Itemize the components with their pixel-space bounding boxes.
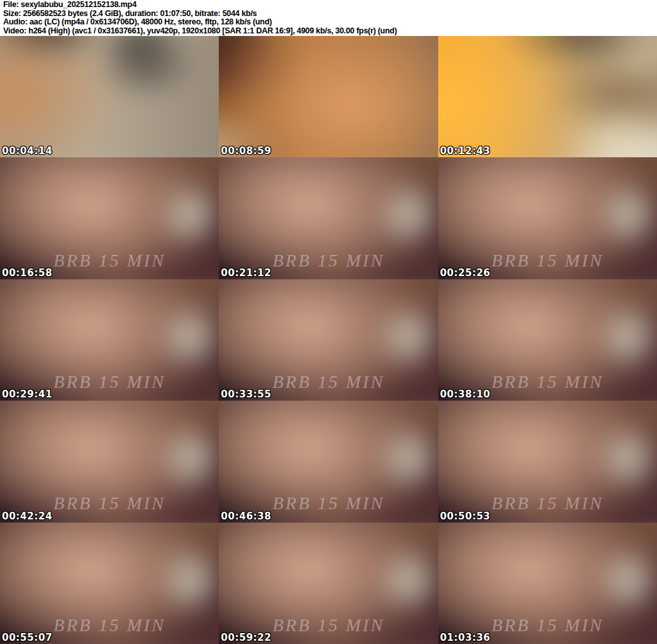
video-thumbnail: BRB 15 MIN 00:55:07 [0,523,219,644]
video-frame-placeholder [219,401,438,522]
frame-timestamp: 00:16:58 [2,267,53,279]
video-thumbnail: BRB 15 MIN 00:16:58 [0,157,219,279]
video-frame-placeholder [438,36,657,157]
video-thumbnail: 00:12:43 [438,36,657,157]
frame-timestamp: 00:04:14 [2,145,53,157]
video-thumbnail: BRB 15 MIN 00:38:10 [438,279,657,401]
audio-info-line: Audio: aac (LC) (mp4a / 0x6134706D), 480… [3,18,657,27]
frame-timestamp: 00:42:24 [2,510,53,522]
video-frame-placeholder [219,279,438,401]
file-size-line: Size: 2566582523 bytes (2.4 GiB), durati… [3,10,657,19]
video-thumbnail: BRB 15 MIN 00:29:41 [0,279,219,401]
video-frame-placeholder [438,401,657,522]
video-thumbnail: 00:04:14 [0,36,219,157]
frame-timestamp: 00:38:10 [440,388,491,400]
video-thumbnail: BRB 15 MIN 00:33:55 [219,279,438,401]
video-frame-placeholder [0,279,219,401]
file-info-header: File: sexylabubu_202512152138.mp4 Size: … [0,0,657,36]
video-frame-placeholder [0,36,219,157]
frame-timestamp: 00:55:07 [2,632,53,643]
video-frame-placeholder [0,157,219,279]
frame-timestamp: 00:59:22 [221,632,271,643]
video-thumbnail: BRB 15 MIN 00:42:24 [0,401,219,522]
video-thumbnail: BRB 15 MIN 00:46:38 [219,401,438,522]
frame-timestamp: 01:03:36 [440,632,491,643]
frame-timestamp: 00:29:41 [2,388,53,400]
frame-timestamp: 00:21:12 [221,267,271,279]
frame-timestamp: 00:08:59 [221,145,271,157]
video-frame-placeholder [0,523,219,644]
video-frame-placeholder [219,157,438,279]
video-thumbnail: BRB 15 MIN 00:25:26 [438,157,657,279]
video-frame-placeholder [438,279,657,401]
video-frame-placeholder [219,36,438,157]
video-thumbnail: 00:08:59 [219,36,438,157]
frame-timestamp: 00:50:53 [440,510,491,522]
thumbnail-grid: 00:04:14 00:08:59 00:12:43 BRB 15 MIN 00… [0,36,657,644]
frame-timestamp: 00:46:38 [221,510,271,522]
video-thumbnail: BRB 15 MIN 00:21:12 [219,157,438,279]
video-frame-placeholder [438,157,657,279]
video-thumbnail: BRB 15 MIN 01:03:36 [438,523,657,644]
video-thumbnail: BRB 15 MIN 00:59:22 [219,523,438,644]
frame-timestamp: 00:12:43 [440,145,491,157]
file-name-line: File: sexylabubu_202512152138.mp4 [3,1,657,10]
video-frame-placeholder [219,523,438,644]
video-frame-placeholder [0,401,219,522]
video-info-line: Video: h264 (High) (avc1 / 0x31637661), … [3,27,657,36]
video-thumbnail: BRB 15 MIN 00:50:53 [438,401,657,522]
video-frame-placeholder [438,523,657,644]
frame-timestamp: 00:25:26 [440,267,491,279]
frame-timestamp: 00:33:55 [221,388,271,400]
